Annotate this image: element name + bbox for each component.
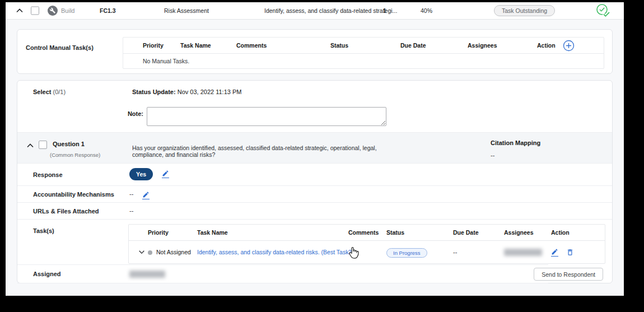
assigned-label: Assigned xyxy=(33,271,61,277)
col-comments: Comments xyxy=(236,42,330,49)
select-counter: Select (0/1) xyxy=(33,89,66,95)
tasks-table-header: Priority Task Name Comments Status Due D… xyxy=(129,225,605,241)
accountability-value: -- xyxy=(129,190,133,197)
question-band: Question 1 (Common Response) Has your or… xyxy=(17,132,612,164)
assigned-row: Assigned xyxy=(17,264,548,283)
question-subtitle: (Common Response) xyxy=(50,152,100,158)
accountability-label: Accountability Mechanisms xyxy=(33,191,114,198)
select-count: (0/1) xyxy=(53,89,66,95)
control-header-row: Build FC1.3 Risk Assessment Identify, as… xyxy=(6,2,624,20)
control-percent: 40% xyxy=(421,7,432,14)
col-task-name: Task Name xyxy=(180,42,236,49)
question-text: Has your organization identified, assess… xyxy=(132,145,401,158)
expand-task-chevron-icon[interactable] xyxy=(138,249,145,255)
question-title: Question 1 xyxy=(53,141,85,147)
col-status: Status xyxy=(330,42,400,49)
edit-accountability-button[interactable] xyxy=(142,191,150,199)
question-detail-card: Select (0/1) Status Update: Nov 03, 2022… xyxy=(17,80,613,283)
response-value-pill[interactable]: Yes xyxy=(129,168,153,180)
urls-files-label: URLs & Files Attached xyxy=(33,208,99,215)
col-action: Action xyxy=(537,42,563,49)
response-row: Response Yes xyxy=(17,164,612,186)
status-update: Status Update: Nov 03, 2022 11:13 PM xyxy=(132,89,241,95)
send-to-respondent-button[interactable]: Send to Respondent xyxy=(534,268,603,281)
status-update-value: Nov 03, 2022 11:13 PM xyxy=(178,89,242,95)
wrench-icon xyxy=(48,6,58,16)
col-priority: Priority xyxy=(143,42,180,49)
col-due-date: Due Date xyxy=(400,42,468,49)
manual-tasks-card: Control Manual Task(s) Priority Task Nam… xyxy=(17,29,613,74)
citation-mapping-label: Citation Mapping xyxy=(491,139,540,146)
response-label: Response xyxy=(33,171,63,178)
task-assignees-redacted xyxy=(504,249,542,256)
task-status-pill: In Progress xyxy=(386,248,427,258)
manual-tasks-section-label: Control Manual Task(s) xyxy=(26,44,94,51)
col-assignees: Assignees xyxy=(468,42,537,49)
col-task-name: Task Name xyxy=(197,229,348,236)
manual-tasks-table-header: Priority Task Name Comments Status Due D… xyxy=(123,38,604,54)
col-due-date: Due Date xyxy=(453,229,504,236)
col-priority: Priority xyxy=(148,229,197,236)
urls-files-value: -- xyxy=(129,207,133,214)
add-manual-task-button[interactable] xyxy=(563,40,604,52)
control-category: Risk Assessment xyxy=(164,7,209,14)
task-comments-link[interactable]: 2 xyxy=(348,249,386,255)
page: Build FC1.3 Risk Assessment Identify, as… xyxy=(6,2,624,296)
col-action: Action xyxy=(551,229,605,236)
completed-double-check-icon[interactable] xyxy=(595,3,611,18)
note-label: Note: xyxy=(114,110,143,117)
edit-task-button[interactable] xyxy=(551,248,558,257)
control-description: Identify, assess, and classify data-rela… xyxy=(264,7,397,14)
status-badge: Task Outstanding xyxy=(494,5,555,16)
question-collapse-chevron-icon[interactable] xyxy=(26,143,34,148)
accountability-row: Accountability Mechanisms -- xyxy=(17,186,612,203)
col-assignees: Assignees xyxy=(504,229,551,236)
manual-tasks-table: Priority Task Name Comments Status Due D… xyxy=(123,37,604,69)
trash-icon[interactable] xyxy=(566,248,574,257)
task-due-date: -- xyxy=(453,249,504,255)
collapse-chevron-icon[interactable] xyxy=(16,8,24,13)
pencil-icon xyxy=(162,170,169,177)
control-count: 1 xyxy=(383,7,386,14)
select-label: Select xyxy=(33,89,51,95)
priority-dot-icon xyxy=(148,250,152,255)
manual-tasks-empty-text: No Manual Tasks. xyxy=(123,54,604,68)
citation-mapping-value: -- xyxy=(491,152,494,159)
note-textarea[interactable] xyxy=(147,107,386,126)
plus-circle-icon xyxy=(563,40,575,52)
urls-files-row: URLs & Files Attached -- xyxy=(17,203,612,220)
tasks-label: Task(s) xyxy=(33,227,54,234)
status-update-label: Status Update: xyxy=(132,89,176,95)
build-badge: Build xyxy=(48,6,74,16)
control-id: FC1.3 xyxy=(100,7,116,14)
control-checkbox[interactable] xyxy=(31,7,39,15)
task-table-row: Not Assigned Identify, assess, and class… xyxy=(129,241,605,263)
build-label: Build xyxy=(61,7,74,14)
pencil-icon xyxy=(551,248,558,255)
question-checkbox[interactable] xyxy=(39,141,47,149)
assigned-value-redacted xyxy=(129,271,165,278)
col-comments: Comments xyxy=(348,229,386,236)
task-priority: Not Assigned xyxy=(148,249,197,255)
edit-response-button[interactable] xyxy=(162,170,169,178)
tasks-row: Task(s) Priority Task Name Comments Stat… xyxy=(17,220,612,262)
tasks-table: Priority Task Name Comments Status Due D… xyxy=(128,224,605,264)
task-name-link[interactable]: Identify, assess, and classify data-rela… xyxy=(197,249,348,255)
col-status: Status xyxy=(386,229,453,236)
pencil-icon xyxy=(142,191,150,198)
